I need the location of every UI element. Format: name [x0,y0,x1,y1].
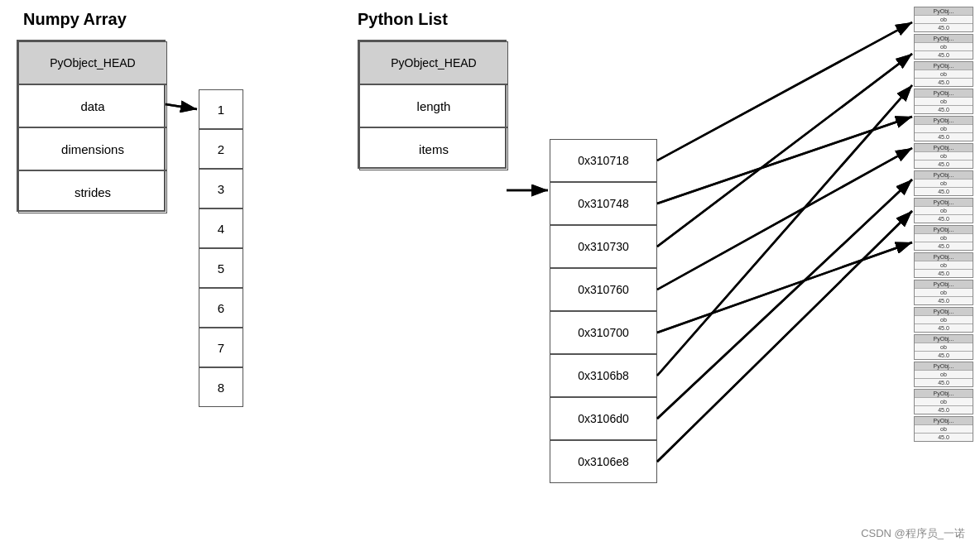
num-list: 12345678 [199,89,243,407]
addr-cell-0x310748: 0x310748 [550,182,657,225]
addr-cell-0x3106e8: 0x3106e8 [550,440,657,483]
num-cell-6: 6 [199,288,243,328]
num-cell-3: 3 [199,169,243,208]
numpy-box: PyObject_HEADdatadimensionsstrides [17,40,166,212]
pylist-cell-pyobject-head: PyObject_HEAD [359,41,508,84]
num-cell-7: 7 [199,328,243,367]
right-cell-11: PyObj...ob45.0 [914,307,973,333]
addr-cell-0x310718: 0x310718 [550,139,657,182]
diagram-container: Numpy Array Python List PyObject_HEADdat… [0,0,980,551]
numpy-cell-strides: strides [18,170,167,213]
num-cell-5: 5 [199,248,243,288]
right-cell-7: PyObj...ob45.0 [914,198,973,223]
addr-cell-0x310730: 0x310730 [550,225,657,268]
svg-line-19 [657,180,912,419]
right-cell-15: PyObj...ob45.0 [914,416,973,442]
num-cell-1: 1 [199,89,243,129]
num-cell-2: 2 [199,129,243,169]
right-cell-4: PyObj...ob45.0 [914,116,973,141]
num-cell-8: 8 [199,367,243,407]
svg-line-18 [657,85,912,376]
svg-line-9 [657,180,912,419]
svg-line-6 [657,148,912,290]
svg-line-13 [657,22,912,161]
svg-line-4 [657,117,912,204]
addr-cell-0x3106d0: 0x3106d0 [550,397,657,440]
numpy-cell-pyobject-head: PyObject_HEAD [18,41,167,84]
numpy-title: Numpy Array [23,10,127,29]
right-col: PyObj...ob45.0PyObj...ob45.0PyObj...ob45… [914,7,980,443]
right-cell-1: PyObj...ob45.0 [914,34,973,60]
right-cell-12: PyObj...ob45.0 [914,334,973,360]
numpy-cell-data: data [18,84,167,127]
right-cell-10: PyObj...ob45.0 [914,280,973,305]
svg-line-16 [657,148,912,290]
svg-line-7 [657,242,912,333]
svg-line-17 [657,242,912,333]
svg-line-8 [657,85,912,376]
right-cell-5: PyObj...ob45.0 [914,143,973,169]
addr-cell-0x3106b8: 0x3106b8 [550,354,657,397]
right-cell-2: PyObj...ob45.0 [914,61,973,87]
python-title: Python List [358,10,448,29]
num-cell-4: 4 [199,208,243,248]
right-cell-3: PyObj...ob45.0 [914,89,973,114]
right-cell-9: PyObj...ob45.0 [914,252,973,278]
numpy-cell-dimensions: dimensions [18,127,167,170]
svg-line-5 [657,54,912,247]
svg-line-11 [166,104,197,109]
right-cell-13: PyObj...ob45.0 [914,362,973,387]
right-cell-14: PyObj...ob45.0 [914,389,973,414]
svg-line-20 [657,211,912,462]
pylist-cell-items: items [359,127,508,170]
svg-line-1 [166,104,197,109]
right-cell-6: PyObj...ob45.0 [914,170,973,196]
addr-cell-0x310760: 0x310760 [550,268,657,311]
svg-line-14 [657,117,912,204]
pylist-cell-length: length [359,84,508,127]
addr-list: 0x3107180x3107480x3107300x3107600x310700… [550,139,657,483]
svg-line-15 [657,54,912,247]
svg-line-10 [657,211,912,462]
watermark: CSDN @程序员_一诺 [861,526,965,541]
right-cell-8: PyObj...ob45.0 [914,225,973,251]
right-cell-0: PyObj...ob45.0 [914,7,973,32]
svg-line-3 [657,22,912,161]
pylist-box: PyObject_HEADlengthitems [358,40,507,169]
addr-cell-0x310700: 0x310700 [550,311,657,354]
